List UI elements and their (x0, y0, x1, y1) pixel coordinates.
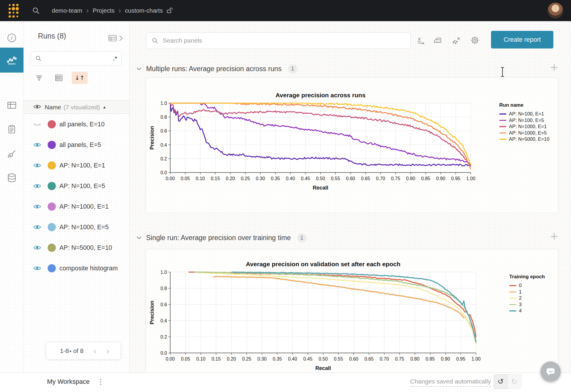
svg-text:Recall: Recall (315, 365, 331, 371)
run-name[interactable]: AP: N=100, E=5 (59, 182, 105, 190)
panel-search-input[interactable] (162, 37, 405, 44)
breadcrumb-section[interactable]: Projects (93, 7, 114, 14)
svg-text:0.8: 0.8 (161, 286, 167, 291)
chevron-right-icon (119, 35, 123, 41)
run-name[interactable]: AP: N=5000, E=10 (59, 244, 112, 252)
run-name[interactable]: AP: N=1000, E=5 (59, 224, 108, 231)
chevron-down-icon[interactable] (136, 236, 142, 240)
run-row[interactable]: AP: N=1000, E=1 (24, 196, 129, 217)
support-chat-button[interactable] (540, 361, 561, 382)
breadcrumb-project[interactable]: custom-charts (125, 7, 163, 14)
outliers-icon[interactable] (450, 33, 463, 47)
run-name[interactable]: AP: N=100, E=1 (59, 162, 105, 169)
user-avatar[interactable] (547, 3, 563, 19)
visualized-count: (7 visualized) (64, 104, 100, 111)
caret-down-icon[interactable]: ▾ (69, 349, 71, 354)
eye-open-icon[interactable] (33, 265, 41, 271)
create-report-button[interactable]: Create report (491, 31, 553, 48)
undo-button[interactable]: ↺ (494, 374, 507, 389)
run-row[interactable]: AP: N=100, E=1 (24, 155, 129, 176)
run-name[interactable]: composite histogram (59, 265, 118, 272)
svg-text:0.50: 0.50 (316, 176, 325, 181)
run-row[interactable]: all panels, E=5 (24, 135, 129, 155)
left-icon-rail: i (0, 21, 24, 373)
chart-svg-1: 0.000.050.100.150.200.250.300.350.400.45… (146, 78, 559, 207)
overview-icon[interactable]: i (0, 29, 24, 46)
tables-icon[interactable] (0, 97, 24, 113)
artifacts-icon[interactable] (0, 170, 24, 186)
svg-text:0.55: 0.55 (334, 356, 343, 361)
panel-search-box[interactable] (146, 32, 411, 49)
eye-open-icon[interactable] (33, 183, 41, 189)
svg-text:0.15: 0.15 (211, 356, 221, 361)
add-panel-icon[interactable]: + (550, 229, 558, 243)
settings-gear-icon[interactable] (468, 33, 482, 47)
eye-open-icon[interactable] (33, 204, 41, 210)
svg-text:1.0: 1.0 (161, 270, 167, 275)
eye-open-icon[interactable] (33, 245, 41, 251)
top-nav-bar: demo-team › Projects › custom-charts (0, 0, 571, 21)
run-name[interactable]: all panels, E=5 (59, 141, 101, 149)
workspace-menu-icon[interactable]: ⋮ (97, 377, 104, 386)
chat-icon (546, 367, 556, 376)
run-row[interactable]: AP: N=100, E=5 (24, 176, 129, 196)
svg-text:0.10: 0.10 (196, 356, 205, 361)
page-range[interactable]: 1-8 (60, 347, 69, 354)
breadcrumb-team[interactable]: demo-team (52, 7, 82, 14)
eye-open-icon[interactable] (33, 163, 41, 168)
run-row[interactable]: composite histogram (24, 258, 129, 279)
legend-entry: 3 (509, 301, 571, 308)
panel-count-badge: 1 (297, 233, 306, 242)
legend-entry: AP: N=100, E=1 (499, 111, 561, 117)
svg-text:0.85: 0.85 (421, 176, 430, 181)
expand-runs-table-button[interactable] (108, 34, 123, 42)
svg-text:0.40: 0.40 (288, 356, 297, 361)
name-column-label[interactable]: Name (45, 104, 61, 111)
runs-list: all panels, E=10all panels, E=5AP: N=100… (24, 114, 129, 279)
reports-icon[interactable] (0, 121, 24, 138)
section-title[interactable]: Single run: Average precision over train… (146, 234, 291, 242)
run-row[interactable]: AP: N=5000, E=10 (24, 237, 129, 258)
workspace-selector[interactable]: My Workspace (47, 378, 90, 386)
run-row[interactable]: AP: N=1000, E=5 (24, 217, 129, 237)
run-color-dot (48, 202, 56, 211)
sort-caret-icon[interactable]: ▲ (103, 105, 106, 109)
eye-open-icon[interactable] (33, 224, 41, 230)
svg-text:0.40: 0.40 (286, 176, 295, 181)
eye-open-icon[interactable] (33, 142, 41, 148)
run-name[interactable]: AP: N=1000, E=1 (59, 203, 108, 210)
add-panel-icon[interactable]: + (550, 61, 558, 74)
prev-page-button[interactable]: ‹ (94, 346, 96, 355)
chart-panel-average-precision-across-runs[interactable]: 0.000.050.100.150.200.250.300.350.400.45… (146, 77, 558, 213)
run-color-dot (48, 182, 56, 190)
sort-runs-button[interactable]: ↓↑ (72, 72, 88, 84)
svg-text:0.90: 0.90 (441, 356, 450, 361)
runs-search-input[interactable] (45, 55, 113, 62)
group-runs-button[interactable] (52, 72, 66, 84)
section-title[interactable]: Multiple runs: Average precision across … (146, 65, 282, 73)
global-search-icon[interactable] (32, 7, 40, 15)
runs-name-header[interactable]: Name (7 visualized) ▲ (24, 100, 129, 114)
run-name[interactable]: all panels, E=10 (59, 121, 105, 128)
run-color-dot (48, 244, 56, 252)
svg-text:Average precision across runs: Average precision across runs (276, 92, 365, 98)
runs-search-box[interactable]: .* (31, 51, 122, 66)
chevron-down-icon[interactable] (136, 67, 142, 71)
charts-workspace-icon[interactable] (0, 48, 24, 73)
run-row[interactable]: all panels, E=10 (24, 114, 129, 135)
run-color-dot (48, 141, 56, 149)
smoothing-icon[interactable] (431, 33, 444, 47)
wandb-logo[interactable] (8, 3, 19, 18)
chart-panel-average-precision-per-epoch[interactable]: 0.000.050.100.150.200.250.300.350.400.45… (146, 249, 558, 373)
filter-runs-button[interactable] (32, 72, 46, 84)
unlock-icon[interactable] (166, 7, 173, 14)
next-page-button[interactable]: › (106, 346, 109, 355)
eye-closed-icon[interactable] (33, 121, 41, 127)
regex-toggle[interactable]: .* (113, 55, 117, 62)
x-axis-settings-icon[interactable]: x (414, 33, 428, 47)
svg-text:0.25: 0.25 (241, 176, 250, 181)
redo-button[interactable]: ↻ (507, 374, 521, 389)
sweeps-icon[interactable] (0, 146, 24, 162)
eye-icon[interactable] (33, 104, 41, 111)
svg-text:0.30: 0.30 (257, 356, 266, 361)
